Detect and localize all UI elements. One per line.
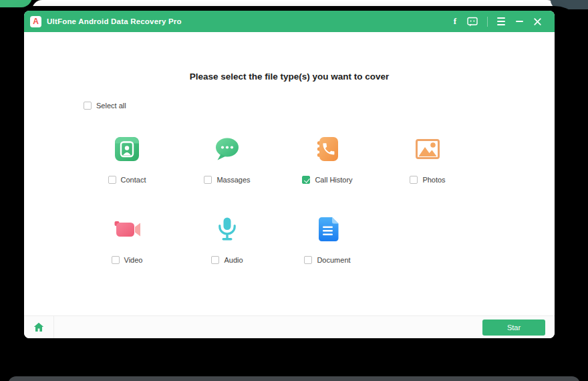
filetype-cell-document: Document xyxy=(277,213,378,264)
window-title: UltFone Android Data Recovery Pro xyxy=(47,17,182,25)
page-background: A UltFone Android Data Recovery Pro f xyxy=(0,0,588,381)
checkbox-document[interactable] xyxy=(304,256,312,264)
home-icon xyxy=(33,322,44,332)
filetype-cell-photos: Photos xyxy=(378,132,478,184)
checkbox-massages[interactable] xyxy=(204,176,212,184)
filetype-row-call-history: Call History xyxy=(302,176,352,184)
app-logo: A xyxy=(30,16,41,27)
contact-book-icon xyxy=(110,132,144,166)
filetype-row-photos: Photos xyxy=(410,176,445,184)
titlebar-controls: f xyxy=(448,11,547,32)
checkbox-call-history[interactable] xyxy=(302,176,310,184)
chat-bubble-icon xyxy=(210,132,244,166)
filetype-label-massages: Massages xyxy=(216,176,250,184)
home-button[interactable] xyxy=(24,316,54,338)
filetype-label-video: Video xyxy=(124,256,143,264)
menu-icon xyxy=(497,17,505,25)
content-area: Please select the file type(s) you want … xyxy=(24,32,555,315)
filetype-row-video: Video xyxy=(112,256,143,264)
checkbox-video[interactable] xyxy=(112,256,120,264)
filetype-cell-contact: Contact xyxy=(77,132,177,184)
photo-frame-icon xyxy=(411,132,444,166)
checkbox-photos[interactable] xyxy=(410,176,418,184)
close-button[interactable] xyxy=(529,11,547,32)
app-window: A UltFone Android Data Recovery Pro f xyxy=(24,11,555,338)
filetype-cell-call-history: Call History xyxy=(277,132,378,184)
filetype-cell-massages: Massages xyxy=(177,132,277,184)
filetype-row-contact: Contact xyxy=(108,176,146,184)
filetype-label-document: Document xyxy=(317,256,350,264)
facebook-icon: f xyxy=(454,16,456,27)
facebook-button[interactable]: f xyxy=(448,11,462,32)
minimize-icon xyxy=(516,21,523,22)
filetype-label-contact: Contact xyxy=(121,176,146,184)
app-logo-letter: A xyxy=(33,17,39,25)
checkbox-contact[interactable] xyxy=(108,176,116,184)
page-title: Please select the file type(s) you want … xyxy=(24,72,555,82)
filetype-row-audio: Audio xyxy=(211,256,243,264)
select-all-row: Select all xyxy=(84,102,126,110)
menu-button[interactable] xyxy=(492,11,510,32)
checkbox-audio[interactable] xyxy=(211,256,219,264)
minimize-button[interactable] xyxy=(510,11,529,32)
document-icon xyxy=(311,213,344,246)
start-button[interactable]: Star xyxy=(482,320,545,336)
feedback-button[interactable] xyxy=(462,11,483,32)
filetype-label-audio: Audio xyxy=(224,256,243,264)
video-camera-icon xyxy=(110,213,144,246)
select-all-checkbox[interactable] xyxy=(84,102,92,110)
filetype-row-document: Document xyxy=(304,256,350,264)
filetype-label-call-history: Call History xyxy=(315,176,352,184)
filetype-cell-video: Video xyxy=(77,213,177,264)
titlebar-separator xyxy=(487,17,488,27)
background-card-bottom xyxy=(8,376,580,381)
filetype-cell-audio: Audio xyxy=(177,213,277,264)
titlebar[interactable]: A UltFone Android Data Recovery Pro f xyxy=(24,11,555,32)
microphone-icon xyxy=(210,213,244,246)
call-book-icon xyxy=(311,132,344,166)
feedback-icon xyxy=(467,17,478,27)
footer-bar: Star xyxy=(24,315,555,338)
select-all-label: Select all xyxy=(96,102,126,110)
close-icon xyxy=(534,18,541,25)
filetype-label-photos: Photos xyxy=(422,176,445,184)
filetype-row-massages: Massages xyxy=(204,176,250,184)
